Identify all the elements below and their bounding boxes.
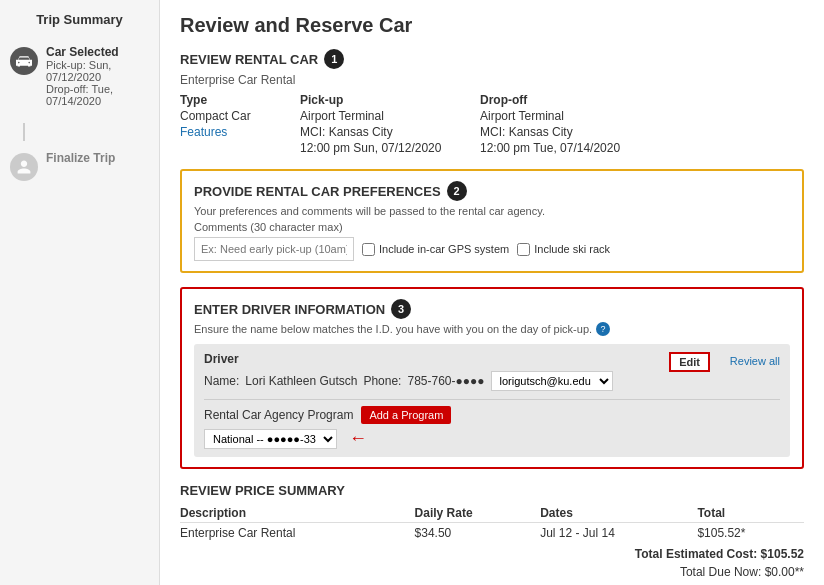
dropoff-value3: 12:00 pm Tue, 07/14/2020 — [480, 141, 680, 155]
edit-button[interactable]: Edit — [669, 352, 710, 372]
pickup-header: Pick-up — [300, 93, 480, 107]
phone-label: Phone: — [363, 374, 401, 388]
driver-info-row: Name: Lori Kathleen Gutsch Phone: 785-76… — [204, 371, 780, 391]
section1-header: REVIEW RENTAL CAR 1 — [180, 49, 804, 69]
price-table: Description Daily Rate Dates Total Enter… — [180, 504, 804, 543]
sidebar-item-finalize[interactable]: Finalize Trip — [10, 147, 149, 185]
finalize-icon — [10, 153, 38, 181]
section1-subtitle: Enterprise Car Rental — [180, 73, 804, 87]
finalize-content: Finalize Trip — [46, 151, 149, 165]
finalize-label: Finalize Trip — [46, 151, 149, 165]
sidebar-divider — [23, 123, 25, 141]
review-all-link[interactable]: Review all — [730, 355, 780, 367]
driver-divider — [204, 399, 780, 400]
section-driver: ENTER DRIVER INFORMATION 3 Ensure the na… — [180, 287, 804, 469]
program-select-row: National -- ●●●●●-33 ← — [204, 428, 780, 449]
ski-checkbox-item: Include ski rack — [517, 243, 610, 256]
pref-comment-input[interactable] — [194, 237, 354, 261]
name-label: Name: — [204, 374, 239, 388]
row-daily-rate: $34.50 — [415, 523, 541, 544]
pref-desc: Your preferences and comments will be pa… — [194, 205, 790, 217]
row-description: Enterprise Car Rental — [180, 523, 415, 544]
section2-header: PROVIDE RENTAL CAR PREFERENCES 2 — [194, 181, 790, 201]
features-link[interactable]: Features — [180, 125, 227, 139]
row-total: $105.52* — [697, 523, 804, 544]
section3-header: ENTER DRIVER INFORMATION 3 — [194, 299, 790, 319]
pickup-value2: MCI: Kansas City — [300, 125, 480, 139]
step-badge-3: 3 — [391, 299, 411, 319]
type-value: Compact Car — [180, 109, 300, 123]
row-dates: Jul 12 - Jul 14 — [540, 523, 697, 544]
gps-checkbox-item: Include in-car GPS system — [362, 243, 509, 256]
sidebar-item-car-selected[interactable]: Car Selected Pick-up: Sun, 07/12/2020 Dr… — [10, 41, 149, 111]
arrow-indicator: ← — [349, 428, 367, 449]
ski-label: Include ski rack — [534, 243, 610, 255]
type-header: Type — [180, 93, 300, 107]
col-description: Description — [180, 504, 415, 523]
pickup-value3: 12:00 pm Sun, 07/12/2020 — [300, 141, 480, 155]
dropoff-value1: Airport Terminal — [480, 109, 680, 123]
gps-checkbox[interactable] — [362, 243, 375, 256]
section-preferences: PROVIDE RENTAL CAR PREFERENCES 2 Your pr… — [180, 169, 804, 273]
pickup-value1: Airport Terminal — [300, 109, 480, 123]
col-daily-rate: Daily Rate — [415, 504, 541, 523]
total-estimated: Total Estimated Cost: $105.52 — [180, 547, 804, 561]
main-content: Review and Reserve Car REVIEW RENTAL CAR… — [160, 0, 824, 585]
section4-header: REVIEW PRICE SUMMARY — [180, 483, 804, 498]
driver-inner: Edit Review all Driver Name: Lori Kathle… — [194, 344, 790, 457]
car-selected-label: Car Selected — [46, 45, 149, 59]
ski-checkbox[interactable] — [517, 243, 530, 256]
driver-ensure: Ensure the name below matches the I.D. y… — [194, 322, 790, 336]
col-total: Total — [697, 504, 804, 523]
pref-row: Include in-car GPS system Include ski ra… — [194, 237, 790, 261]
sidebar-title: Trip Summary — [10, 12, 149, 27]
pref-comment-label: Comments (30 character max) — [194, 221, 790, 233]
car-selected-content: Car Selected Pick-up: Sun, 07/12/2020 Dr… — [46, 45, 149, 107]
dropoff-header: Drop-off — [480, 93, 680, 107]
step-badge-2: 2 — [447, 181, 467, 201]
help-icon[interactable]: ? — [596, 322, 610, 336]
name-value: Lori Kathleen Gutsch — [245, 374, 357, 388]
email-select[interactable]: lorigutsch@ku.edu — [491, 371, 613, 391]
dropoff-value2: MCI: Kansas City — [480, 125, 680, 139]
phone-value: 785-760-●●●● — [407, 374, 484, 388]
car-icon — [10, 47, 38, 75]
section-review-rental: REVIEW RENTAL CAR 1 Enterprise Car Renta… — [180, 49, 804, 155]
gps-label: Include in-car GPS system — [379, 243, 509, 255]
price-row: Enterprise Car Rental $34.50 Jul 12 - Ju… — [180, 523, 804, 544]
car-selected-sub1: Pick-up: Sun, 07/12/2020 — [46, 59, 149, 83]
program-select[interactable]: National -- ●●●●●-33 — [204, 429, 337, 449]
total-due: Total Due Now: $0.00** — [180, 565, 804, 579]
car-info-grid: Type Pick-up Drop-off Compact Car Airpor… — [180, 93, 804, 155]
sidebar: Trip Summary Car Selected Pick-up: Sun, … — [0, 0, 160, 585]
program-row: Rental Car Agency Program Add a Program — [204, 406, 780, 424]
car-selected-sub2: Drop-off: Tue, 07/14/2020 — [46, 83, 149, 107]
section-price: REVIEW PRICE SUMMARY Description Daily R… — [180, 483, 804, 585]
page-title: Review and Reserve Car — [180, 14, 804, 37]
step-badge-1: 1 — [324, 49, 344, 69]
add-program-button[interactable]: Add a Program — [361, 406, 451, 424]
program-label: Rental Car Agency Program — [204, 408, 353, 422]
col-dates: Dates — [540, 504, 697, 523]
